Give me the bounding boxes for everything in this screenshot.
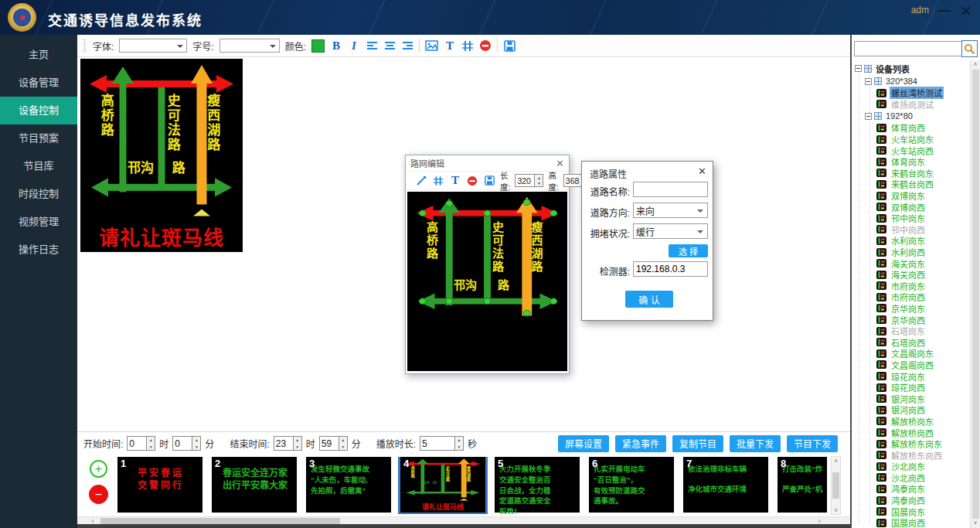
insert-text-button[interactable]: T (444, 39, 456, 53)
device-tree-row[interactable]: 水利岗东 (853, 235, 969, 247)
frames-horizontal-scrollbar[interactable]: ‹ › (77, 516, 850, 524)
roadnet-canvas[interactable]: 高桥路 史可法路 瘦西湖路 邗沟 路 (407, 192, 567, 371)
road-width-button[interactable] (461, 39, 474, 53)
insert-text-button[interactable]: T (449, 174, 461, 188)
add-frame-button[interactable]: + (90, 460, 107, 478)
scroll-down-icon[interactable]: ∨ (834, 507, 838, 513)
device-tree-row[interactable]: 体育岗西 (853, 122, 969, 134)
device-tree-row[interactable]: 解放桥岗东 (853, 416, 969, 428)
scrollbar-thumb[interactable] (972, 70, 979, 519)
frame-thumbnail[interactable]: 8 打击改装“炸严查严处“机 (778, 457, 827, 513)
length-spinner[interactable]: 320 ▲▼ (515, 174, 543, 187)
delete-button[interactable] (466, 174, 478, 188)
device-tree-row[interactable]: 解放桥岗西 (853, 427, 969, 438)
device-tree-row[interactable]: 银河岗西 (853, 404, 969, 416)
align-center-button[interactable] (383, 39, 396, 53)
device-tree-row[interactable]: 来鹤台岗东 (853, 168, 969, 179)
frame-thumbnail[interactable]: 6 扎实开展电动车“百日整治”，有效预防道路交通事故。 (589, 457, 674, 513)
device-tree-row[interactable]: 海关岗西 (853, 269, 969, 281)
device-tree-row[interactable]: 银河岗东 (853, 393, 969, 404)
italic-button[interactable]: I (348, 39, 360, 53)
sidebar-item[interactable]: 节目预案 (0, 124, 77, 152)
roadnet-dialog-titlebar[interactable]: 路网编辑 ✕ (406, 155, 569, 171)
spinner-arrows-icon[interactable]: ▲▼ (339, 437, 347, 450)
action-button[interactable]: 复制节目 (672, 435, 723, 452)
device-tree-row[interactable]: 设备列表 (853, 62, 969, 75)
device-tree-row[interactable]: 石塔岗西 (853, 336, 969, 348)
save-button[interactable] (503, 39, 516, 53)
confirm-button[interactable]: 确 认 (625, 291, 673, 308)
device-tree-row[interactable]: 京华岗西 (853, 314, 969, 325)
led-sign-preview[interactable]: 高桥路 史可法路 瘦西湖路 邗沟 路 请礼让斑马线 (80, 59, 243, 252)
device-tree-row[interactable]: 邗中岗西 (853, 224, 969, 236)
expand-box-icon[interactable] (865, 78, 872, 85)
device-tree-row[interactable]: 京华岗东 (853, 303, 969, 315)
scrollbar-thumb[interactable] (832, 472, 839, 499)
device-tree-row[interactable]: 320*384 (853, 75, 969, 87)
device-tree-row[interactable]: 市府岗西 (853, 291, 969, 303)
device-tree-row[interactable]: 文昌阁岗西 (853, 359, 969, 371)
align-right-button[interactable] (401, 39, 413, 53)
duration-spinner[interactable]: 5 ▲▼ (420, 436, 464, 451)
detector-input[interactable] (633, 261, 708, 277)
bold-button[interactable]: B (330, 39, 342, 53)
spinner-arrows-icon[interactable]: ▲▼ (146, 437, 155, 450)
device-tree-row[interactable]: 国展岗西 (853, 517, 969, 528)
action-button[interactable]: 节目下发 (787, 435, 838, 452)
device-tree-row[interactable]: 石塔岗东 (853, 325, 969, 337)
frame-thumbnail[interactable]: 7 依法治理非标车辆净化城市交通环境 (683, 457, 768, 513)
device-tree-row[interactable]: 火车站岗西 (853, 145, 969, 156)
frame-thumbnail[interactable]: 4 (400, 457, 485, 513)
delete-button[interactable] (479, 39, 492, 53)
frame-thumbnail[interactable]: 5 大力开展秋冬季交通安全整治百日会战，全力稳定道路交通安全形势！ (495, 457, 580, 513)
sidebar-item[interactable]: 设备控制 (0, 97, 77, 124)
start-minute-spinner[interactable]: 0 ▲▼ (172, 436, 201, 451)
device-tree-row[interactable]: 琼花岗东 (853, 370, 969, 382)
draw-line-button[interactable] (415, 174, 427, 188)
device-tree-row[interactable]: 双博岗东 (853, 190, 969, 202)
road-width-button[interactable] (432, 174, 444, 188)
action-button[interactable]: 紧急事件 (615, 435, 666, 452)
device-tree-row[interactable]: 市府岗东 (853, 281, 969, 292)
device-tree-row[interactable]: 火车站岗东 (853, 134, 969, 145)
frames-vertical-scrollbar[interactable]: ∧ ∨ (831, 456, 841, 515)
select-button[interactable]: 选 择 (669, 244, 708, 257)
device-tree-row[interactable]: 沙北岗西 (853, 472, 969, 484)
device-tree-row[interactable]: 邗中岗东 (853, 213, 969, 224)
spinner-arrows-icon[interactable]: ▲▼ (293, 437, 301, 450)
device-tree-row[interactable]: 解放桥东岗西 (853, 449, 969, 461)
device-tree-row[interactable]: 水利岗西 (853, 247, 969, 258)
spinner-arrows-icon[interactable]: ▲▼ (534, 175, 543, 186)
device-tree-row[interactable]: 双博岗西 (853, 201, 969, 213)
scroll-down-icon[interactable]: ∨ (973, 519, 977, 527)
spinner-arrows-icon[interactable]: ▲▼ (454, 437, 463, 450)
size-select[interactable] (219, 39, 280, 53)
end-minute-spinner[interactable]: 59 ▲▼ (319, 436, 348, 451)
search-button[interactable] (961, 40, 978, 57)
save-button[interactable] (483, 174, 495, 188)
frame-thumbnail[interactable]: 3 发生轻微交通事故“人未伤，车能动,先拍照，后撤离” (306, 457, 391, 513)
road-properties-close-icon[interactable]: ✕ (698, 165, 706, 177)
frame-thumbnail[interactable]: 2 春运安全连万家出行平安靠大家 (212, 457, 297, 513)
expand-box-icon[interactable] (865, 113, 872, 120)
remove-frame-button[interactable]: − (89, 485, 108, 504)
device-tree-row[interactable]: 鸿泰岗西 (853, 495, 969, 506)
sidebar-item[interactable]: 操作日志 (0, 236, 77, 264)
device-tree-row[interactable]: 海关岗东 (853, 257, 969, 269)
end-hour-spinner[interactable]: 23 ▲▼ (274, 436, 302, 451)
sidebar-item[interactable]: 主页 (0, 41, 77, 69)
device-tree-row[interactable]: 维扬岗测试 (853, 99, 969, 111)
color-swatch[interactable] (311, 39, 325, 53)
device-tree-row[interactable]: 体育岗东 (853, 156, 969, 168)
scrollbar-thumb[interactable] (100, 518, 340, 524)
device-tree-row[interactable]: 192*80 (853, 110, 969, 122)
device-tree-row[interactable]: 鸿泰岗东 (853, 483, 969, 495)
device-search-input[interactable] (854, 41, 962, 56)
sidebar-item[interactable]: 视频管理 (0, 208, 77, 236)
tree-scrollbar[interactable]: ∧ ∨ (970, 60, 980, 528)
device-tree-row[interactable]: 文昌阁岗东 (853, 348, 969, 359)
insert-image-button[interactable] (425, 39, 438, 53)
font-select[interactable] (119, 39, 187, 53)
scroll-up-icon[interactable]: ∧ (834, 458, 838, 464)
device-tree-row[interactable]: 螺丝湾桥测试 (853, 87, 969, 99)
